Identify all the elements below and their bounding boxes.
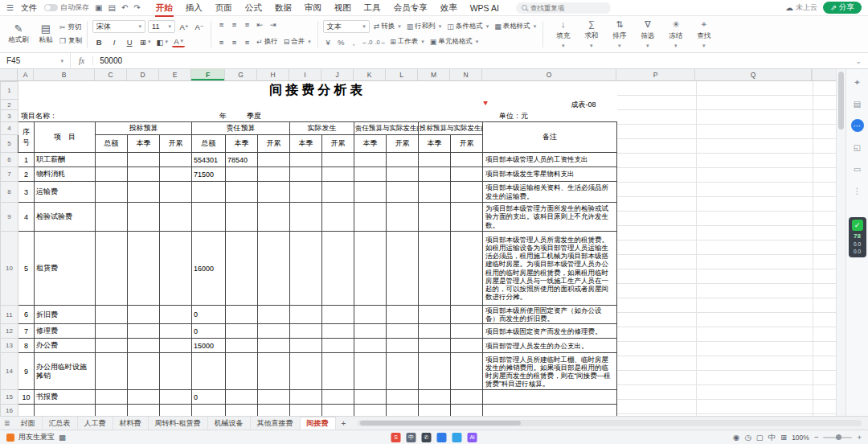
sheet-tab-0[interactable]: 封面 xyxy=(14,417,43,430)
column-header-G[interactable]: G xyxy=(225,69,257,80)
duty-quarter-cell[interactable] xyxy=(226,353,258,390)
redo-icon[interactable]: ↷ xyxy=(133,4,140,12)
duty-total-cell[interactable]: 71500 xyxy=(192,167,226,182)
group-header-actual[interactable]: 实际发生 xyxy=(290,122,354,135)
sheet-tab-2[interactable]: 人工费 xyxy=(78,417,113,430)
undo-icon[interactable]: ↶ xyxy=(121,4,128,12)
note-column-header[interactable]: 备注 xyxy=(483,122,617,153)
duty-diff-quarter-cell[interactable] xyxy=(354,353,387,390)
decrease-font-button[interactable]: A⁻ xyxy=(193,20,206,33)
bid-accum-cell[interactable] xyxy=(160,339,192,353)
bid-total-cell[interactable] xyxy=(96,153,128,167)
bid-quarter-cell[interactable] xyxy=(128,203,160,232)
bid-total-cell[interactable] xyxy=(96,339,128,353)
column-header-D[interactable]: D xyxy=(127,69,159,80)
column-header-N[interactable]: N xyxy=(450,69,482,80)
duty-diff-quarter-cell[interactable] xyxy=(354,339,387,353)
bid-diff-accum-cell[interactable] xyxy=(451,167,483,182)
align-left-icon[interactable]: ≡ xyxy=(216,20,227,29)
bid-diff-accum-cell[interactable] xyxy=(451,153,483,167)
column-header-B[interactable]: B xyxy=(34,69,95,80)
sub-header[interactable]: 开累 xyxy=(322,135,354,153)
duty-diff-accum-cell[interactable] xyxy=(387,390,419,405)
bid-accum-cell[interactable] xyxy=(160,324,192,339)
zoom-in-button[interactable]: + xyxy=(857,434,862,442)
column-header-C[interactable]: C xyxy=(95,69,127,80)
bid-accum-cell[interactable] xyxy=(160,405,192,416)
item-cell[interactable]: 修理费 xyxy=(35,324,96,339)
actual-quarter-cell[interactable] xyxy=(290,167,322,182)
duty-total-cell[interactable]: 15000 xyxy=(192,339,226,353)
seq-cell[interactable]: 4 xyxy=(18,203,35,232)
note-cell[interactable]: 项目部本级固定资产而发生的修理费。 xyxy=(483,324,617,339)
actual-quarter-cell[interactable] xyxy=(290,203,322,232)
seq-column-header[interactable]: 序号 xyxy=(18,122,35,153)
duty-quarter-cell[interactable] xyxy=(226,232,258,306)
bold-button[interactable]: B xyxy=(92,35,105,48)
fill-color-button[interactable]: ◧▾ xyxy=(155,35,170,48)
duty-diff-quarter-cell[interactable] xyxy=(354,203,387,232)
duty-diff-accum-cell[interactable] xyxy=(387,324,419,339)
sheet-tab-6[interactable]: 其他直接费 xyxy=(251,417,301,430)
duty-diff-accum-cell[interactable] xyxy=(387,203,419,232)
note-cell[interactable]: 项目部本级管理人员所需发生的租赁费。如租用运输设备为项目部管理人员运输生活必须品… xyxy=(483,232,617,306)
bid-accum-cell[interactable] xyxy=(160,353,192,390)
column-header-Q[interactable]: Q xyxy=(695,69,812,80)
actual-quarter-cell[interactable] xyxy=(290,390,322,405)
duty-total-cell[interactable]: 554301 xyxy=(192,153,226,167)
bid-quarter-cell[interactable] xyxy=(128,232,160,306)
row-number[interactable]: 14 xyxy=(1,353,18,390)
column-header-E[interactable]: E xyxy=(159,69,191,80)
number-format-select[interactable]: 文本 ▾ xyxy=(323,20,370,33)
duty-accum-cell[interactable] xyxy=(258,153,290,167)
column-header-L[interactable]: L xyxy=(386,69,418,80)
actual-accum-cell[interactable] xyxy=(322,390,354,405)
conditional-format-button[interactable]: ◫ 条件格式 ▾ xyxy=(445,20,490,33)
duty-diff-quarter-cell[interactable] xyxy=(354,182,387,203)
sheet-title[interactable]: 间接费分析表 xyxy=(18,82,617,100)
file-menu[interactable]: 文件 xyxy=(19,2,39,14)
row-number[interactable]: 7 xyxy=(1,167,18,182)
duty-diff-quarter-cell[interactable] xyxy=(354,306,387,324)
menu-tab-7[interactable]: 工具 xyxy=(358,1,387,15)
underline-button[interactable]: U xyxy=(123,35,136,48)
bid-quarter-cell[interactable] xyxy=(128,324,160,339)
seq-cell[interactable]: 7 xyxy=(18,324,35,339)
bid-quarter-cell[interactable] xyxy=(128,306,160,324)
zoom-out-button[interactable]: − xyxy=(814,434,819,442)
zoom-slider-knob[interactable] xyxy=(836,434,841,440)
duty-diff-accum-cell[interactable] xyxy=(387,182,419,203)
duty-accum-cell[interactable] xyxy=(258,390,290,405)
duty-accum-cell[interactable] xyxy=(258,232,290,306)
item-cell[interactable] xyxy=(35,405,96,416)
bid-total-cell[interactable] xyxy=(96,390,128,405)
duty-diff-accum-cell[interactable] xyxy=(387,153,419,167)
bid-diff-quarter-cell[interactable] xyxy=(419,203,451,232)
duty-total-cell[interactable] xyxy=(192,203,226,232)
menu-tab-0[interactable]: 开始 xyxy=(149,1,179,15)
duty-quarter-cell[interactable] xyxy=(226,167,258,182)
thousands-separator-icon[interactable]: , xyxy=(349,38,359,47)
actual-accum-cell[interactable] xyxy=(322,405,354,416)
horizontal-scrollbar[interactable] xyxy=(358,420,862,426)
row-number[interactable]: 12 xyxy=(1,324,18,339)
item-cell[interactable]: 书报费 xyxy=(35,390,96,405)
formula-input[interactable]: 50000 xyxy=(93,56,849,65)
bid-diff-accum-cell[interactable] xyxy=(451,182,483,203)
duty-diff-accum-cell[interactable] xyxy=(387,405,419,416)
align-bottom-icon[interactable]: ≡ xyxy=(242,38,252,47)
bid-accum-cell[interactable] xyxy=(160,232,192,306)
bid-diff-accum-cell[interactable] xyxy=(451,390,483,405)
actual-accum-cell[interactable] xyxy=(322,203,354,232)
actual-accum-cell[interactable] xyxy=(322,306,354,324)
column-header-J[interactable]: J xyxy=(321,69,354,80)
actual-quarter-cell[interactable] xyxy=(290,153,322,167)
seq-cell[interactable]: 10 xyxy=(18,390,35,405)
column-header-O[interactable]: O xyxy=(482,69,616,80)
ribbon-freeze-button[interactable]: 冻结▾ xyxy=(662,18,689,50)
duty-quarter-cell[interactable] xyxy=(226,182,258,203)
actual-accum-cell[interactable] xyxy=(322,324,354,339)
duty-diff-quarter-cell[interactable] xyxy=(354,390,387,405)
note-cell[interactable]: 项目部本级运输相关资料、生活必须品所发生的运输费。 xyxy=(483,182,617,203)
sub-header[interactable]: 总额 xyxy=(192,135,226,153)
